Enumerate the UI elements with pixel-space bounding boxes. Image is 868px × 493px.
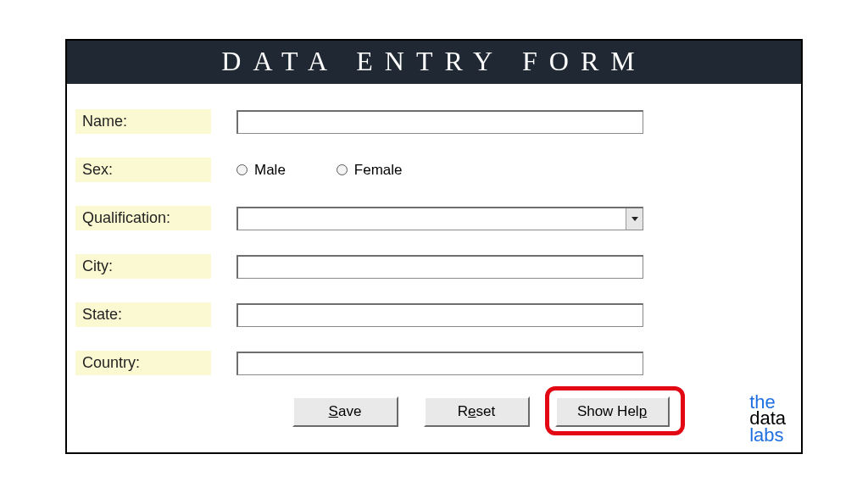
chevron-down-icon	[632, 217, 638, 221]
radio-circle-icon	[236, 164, 248, 175]
row-sex: Sex: Male Female	[75, 158, 784, 182]
row-name: Name:	[75, 109, 784, 134]
select-qualification-value	[238, 208, 626, 230]
radio-male-label: Male	[254, 162, 286, 179]
form-title: DATA ENTRY FORM	[67, 41, 801, 84]
form-body: Name: Sex: Male Female Qualification:	[67, 84, 801, 452]
label-country: Country:	[75, 351, 211, 375]
label-qualification: Qualification:	[75, 206, 211, 230]
dropdown-button[interactable]	[626, 208, 643, 230]
reset-button[interactable]: Reset	[424, 396, 530, 427]
input-country[interactable]	[236, 352, 643, 375]
row-city: City:	[75, 254, 784, 279]
button-row: Save Reset Show Help	[177, 396, 784, 427]
logo-line3: labs	[749, 424, 783, 446]
radio-circle-icon	[337, 164, 348, 175]
input-name[interactable]	[236, 110, 643, 134]
input-city[interactable]	[236, 255, 643, 279]
label-name: Name:	[75, 109, 211, 134]
show-help-button[interactable]: Show Help	[555, 396, 670, 427]
input-state[interactable]	[236, 303, 643, 327]
label-sex: Sex:	[75, 158, 211, 182]
brand-logo: the data labs	[749, 394, 786, 444]
row-country: Country:	[75, 351, 784, 375]
radio-male[interactable]: Male	[236, 162, 286, 179]
data-entry-form-window: DATA ENTRY FORM Name: Sex: Male Female Q…	[65, 39, 803, 454]
show-help-highlight-wrap: Show Help	[555, 396, 670, 427]
save-button[interactable]: Save	[292, 396, 398, 427]
row-qualification: Qualification:	[75, 206, 784, 230]
radio-group-sex: Male Female	[236, 162, 403, 179]
radio-female[interactable]: Female	[337, 162, 403, 179]
label-city: City:	[75, 254, 211, 279]
label-state: State:	[75, 302, 211, 327]
select-qualification[interactable]	[236, 207, 643, 230]
row-state: State:	[75, 302, 784, 327]
radio-female-label: Female	[354, 162, 403, 179]
